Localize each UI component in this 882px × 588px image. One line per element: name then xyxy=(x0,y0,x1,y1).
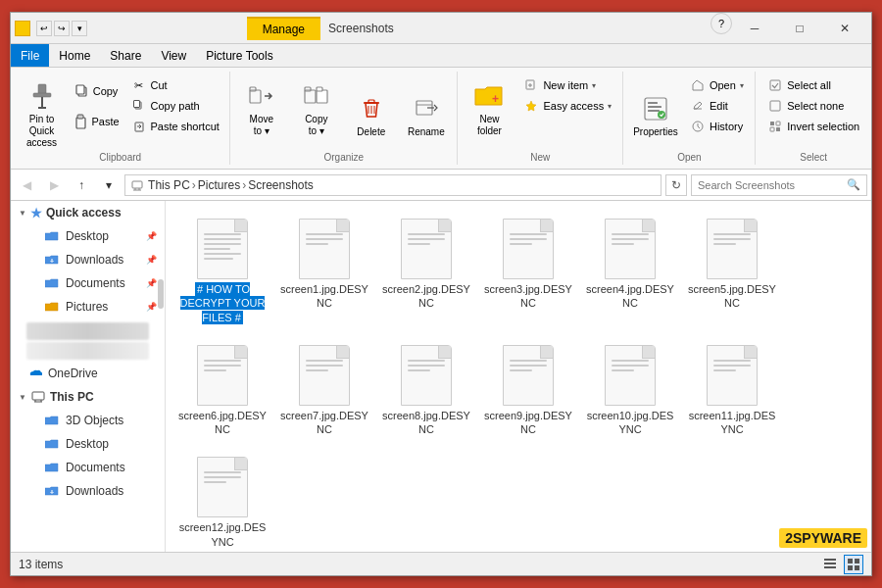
new-item-button[interactable]: New item ▾ xyxy=(518,75,616,95)
file-item-10[interactable]: screen10.jpg.DESYNC xyxy=(581,335,679,444)
copy-path-button[interactable]: Copy path xyxy=(126,96,224,116)
manage-tab[interactable]: Manage xyxy=(247,17,320,40)
file-item-6[interactable]: screen6.jpg.DESYNC xyxy=(173,335,271,444)
menu-picture-tools[interactable]: Picture Tools xyxy=(196,44,282,67)
file-item-3[interactable]: screen3.jpg.DESYNC xyxy=(479,209,577,331)
history-button[interactable]: History xyxy=(685,117,749,136)
edit-button[interactable]: Edit xyxy=(685,96,749,116)
dl xyxy=(510,233,547,235)
file-name-6: screen6.jpg.DESYNC xyxy=(178,409,267,437)
sidebar-item-desktop-qa[interactable]: Desktop 📌 xyxy=(11,224,165,248)
svg-rect-32 xyxy=(648,110,660,112)
file-item-1[interactable]: screen1.jpg.DESYNC xyxy=(275,209,373,331)
file-item-decrypt[interactable]: # HOW TODECRYPT YOURFILES # xyxy=(173,209,271,331)
address-path[interactable]: This PC › Pictures › Screenshots xyxy=(124,174,662,196)
menu-share[interactable]: Share xyxy=(100,44,151,67)
sidebar-item-onedrive[interactable]: OneDrive xyxy=(11,362,165,385)
dl xyxy=(204,365,241,367)
desktop-folder-icon xyxy=(44,228,60,244)
cut-col: ✂ Cut Copy path Paste shortcut xyxy=(126,75,224,136)
file-item-5[interactable]: screen5.jpg.DESYNC xyxy=(683,209,781,331)
delete-icon xyxy=(356,93,387,124)
paste-button[interactable]: Paste xyxy=(72,106,122,135)
svg-rect-54 xyxy=(824,566,836,568)
title-bar-left: ↩ ↪ ▾ xyxy=(15,21,247,36)
desktop-qa-label: Desktop xyxy=(66,229,109,243)
sidebar-item-documents[interactable]: Documents xyxy=(11,456,165,479)
dl xyxy=(408,238,445,240)
details-view-btn[interactable] xyxy=(820,555,840,574)
file-name-5: screen5.jpg.DESYNC xyxy=(688,282,776,311)
undo-btn[interactable]: ↩ xyxy=(36,21,52,36)
new-folder-button[interactable]: + Newfolder xyxy=(464,75,514,140)
menu-view[interactable]: View xyxy=(151,44,196,67)
menu-home[interactable]: Home xyxy=(49,44,100,67)
path-part-screenshots: Screenshots xyxy=(248,178,314,192)
copy-to-icon xyxy=(301,80,332,112)
recent-button[interactable]: ▾ xyxy=(97,173,121,197)
maximize-button[interactable]: □ xyxy=(777,13,822,44)
help-button[interactable]: ? xyxy=(710,13,732,34)
doc-icon-11 xyxy=(707,345,758,406)
easy-access-button[interactable]: Easy access ▾ xyxy=(518,96,616,116)
select-none-icon xyxy=(767,98,783,114)
copy-button[interactable]: Copy xyxy=(72,75,122,105)
sidebar-item-documents-qa[interactable]: Documents 📌 xyxy=(11,271,165,295)
quick-access-header[interactable]: ▼ ★ Quick access xyxy=(11,201,165,224)
dl xyxy=(204,369,226,371)
file-item-4[interactable]: screen4.jpg.DESYNC xyxy=(581,209,679,331)
file-item-7[interactable]: screen7.jpg.DESYNC xyxy=(275,335,373,444)
move-to-button[interactable]: Moveto ▾ xyxy=(236,75,287,140)
dl xyxy=(204,476,241,478)
pictures-folder-icon xyxy=(44,299,60,315)
file-item-2[interactable]: screen2.jpg.DESYNC xyxy=(377,209,475,331)
copy-to-button[interactable]: Copyto ▾ xyxy=(291,75,342,140)
sidebar-item-downloads[interactable]: Downloads xyxy=(11,479,165,503)
this-pc-header[interactable]: ▼ This PC xyxy=(11,385,165,409)
paste-shortcut-button[interactable]: Paste shortcut xyxy=(126,117,224,136)
up-button[interactable]: ↑ xyxy=(70,173,93,197)
file-icon-12 xyxy=(193,454,252,520)
file-item-8[interactable]: screen8.jpg.DESYNC xyxy=(377,335,475,444)
quick-access-label: Quick access xyxy=(46,206,122,220)
dl xyxy=(204,471,241,473)
sidebar-item-downloads-qa[interactable]: Downloads 📌 xyxy=(11,248,165,271)
desktop-label: Desktop xyxy=(66,437,109,451)
doc-lines xyxy=(198,220,247,264)
invert-selection-button[interactable]: Invert selection xyxy=(762,117,864,136)
minimize-button[interactable]: ─ xyxy=(732,13,777,44)
item-count: 13 items xyxy=(19,558,63,571)
cut-button[interactable]: ✂ Cut xyxy=(126,75,224,95)
svg-text:+: + xyxy=(492,92,499,106)
select-col: Select all Select none Invert selection xyxy=(762,75,864,136)
redo-btn[interactable]: ↪ xyxy=(54,21,70,36)
sidebar-item-3d-objects[interactable]: 3D Objects xyxy=(11,409,165,432)
file-item-11[interactable]: screen11.jpg.DESYNC xyxy=(683,335,781,444)
svg-rect-7 xyxy=(77,115,83,119)
window-title: Screenshots xyxy=(328,22,394,35)
select-all-button[interactable]: Select all xyxy=(762,75,864,95)
menu-file[interactable]: File xyxy=(11,44,49,67)
select-content: Select all Select none Invert selection xyxy=(762,72,864,152)
forward-button[interactable]: ▶ xyxy=(42,173,66,197)
sidebar-item-pictures-qa[interactable]: Pictures 📌 xyxy=(11,295,165,318)
refresh-button[interactable]: ↻ xyxy=(665,174,687,196)
dl xyxy=(612,233,649,235)
pin-quickaccess-button[interactable]: Pin to Quickaccess xyxy=(17,75,68,152)
icons-view-btn[interactable] xyxy=(844,555,863,574)
back-button[interactable]: ◀ xyxy=(15,173,38,197)
sidebar-item-desktop[interactable]: Desktop xyxy=(11,432,165,456)
organize-label: Organize xyxy=(324,152,365,165)
close-button[interactable]: ✕ xyxy=(822,13,867,44)
delete-button[interactable]: Delete xyxy=(346,75,397,140)
search-input[interactable] xyxy=(698,179,843,191)
qs-dropdown[interactable]: ▾ xyxy=(72,21,87,36)
file-item-12[interactable]: screen12.jpg.DESYNC xyxy=(173,447,271,552)
file-icon-7 xyxy=(295,342,354,409)
rename-button[interactable]: Rename xyxy=(401,75,452,140)
properties-button[interactable]: Properties xyxy=(630,75,681,140)
select-none-button[interactable]: Select none xyxy=(762,96,864,116)
open-button[interactable]: Open ▾ xyxy=(685,75,749,95)
file-item-9[interactable]: screen9.jpg.DESYNC xyxy=(479,335,577,444)
copy-label: Copy xyxy=(93,85,119,97)
